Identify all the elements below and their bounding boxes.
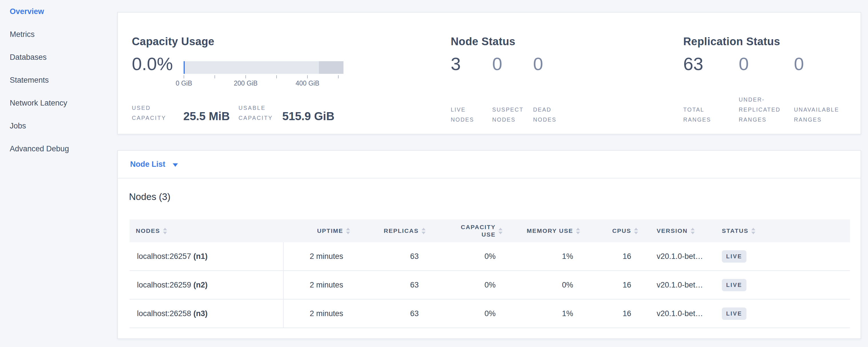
replicas-cell: 63 <box>350 252 426 261</box>
sort-icon <box>751 228 755 234</box>
label-line: RANGES <box>683 115 711 125</box>
node-address-cell: localhost:26257(n1) <box>129 252 283 261</box>
cpus-cell: 16 <box>580 252 638 261</box>
memory-use-cell: 0% <box>502 281 580 289</box>
status-cell: LIVE <box>716 279 850 291</box>
column-header-nodes[interactable]: NODES <box>129 219 283 242</box>
sidebar-item-metrics[interactable]: Metrics <box>0 23 117 46</box>
column-header-replicas[interactable]: REPLICAS <box>350 219 426 242</box>
sidebar-item-statements[interactable]: Statements <box>0 69 117 92</box>
cpus-cell: 16 <box>580 281 638 289</box>
capacity-usage-title: Capacity Usage <box>132 35 215 48</box>
column-header-capacity-use[interactable]: CAPACITY USE <box>426 219 502 242</box>
label-line: RANGES <box>794 115 839 125</box>
sort-icon <box>346 228 350 234</box>
label-line: RANGES <box>739 115 780 125</box>
suspect-nodes-label: SUSPECT NODES <box>492 96 524 125</box>
status-badge: LIVE <box>722 250 746 263</box>
main-content: Capacity Usage 0.0% 0 GiB 200 GiB 400 Gi… <box>117 0 861 339</box>
column-header-memory-use[interactable]: MEMORY USE <box>502 219 580 242</box>
column-label: UPTIME <box>317 227 343 234</box>
memory-use-cell: 1% <box>502 252 580 261</box>
sidebar-item-jobs[interactable]: Jobs <box>0 115 117 137</box>
label-line: CAPACITY <box>239 113 278 123</box>
sort-icon <box>422 228 426 234</box>
suspect-nodes-value: 0 <box>492 55 502 73</box>
column-label: CAPACITY USE <box>459 223 496 238</box>
capacity-bar-reserved-segment <box>319 61 343 74</box>
sort-icon <box>498 228 502 234</box>
status-badge: LIVE <box>722 308 746 320</box>
label-line: SUSPECT <box>492 105 524 115</box>
used-capacity-value: 25.5 MiB <box>183 111 230 122</box>
column-header-uptime[interactable]: UPTIME <box>283 219 350 242</box>
label-line: REPLICATED <box>739 105 780 115</box>
status-cell: LIVE <box>716 308 850 320</box>
table-body: localhost:26257(n1) 2 minutes 63 0% 1% 1… <box>129 242 850 328</box>
capacity-axis-ticks <box>184 75 339 78</box>
unavailable-ranges-value: 0 <box>794 55 804 73</box>
node-status-title: Node Status <box>451 35 515 48</box>
usable-capacity-value: 515.9 GiB <box>282 111 334 122</box>
unavailable-ranges-label: UNAVAILABLE RANGES <box>794 96 839 125</box>
axis-label: 200 GiB <box>234 80 257 87</box>
nodes-table: NODES UPTIME REPLICAS CAPACITY USE MEMOR… <box>129 219 850 328</box>
dead-nodes-label: DEAD NODES <box>533 96 557 125</box>
node-list-dropdown-label: Node List <box>130 160 165 169</box>
axis-label: 0 GiB <box>176 80 192 87</box>
node-address-cell: localhost:26259(n2) <box>129 281 283 289</box>
dead-nodes-value: 0 <box>533 55 543 73</box>
version-cell: v20.1.0-bet… <box>638 309 716 318</box>
sidebar-item-databases[interactable]: Databases <box>0 46 117 69</box>
sort-icon <box>691 228 695 234</box>
column-header-status[interactable]: STATUS <box>716 219 850 242</box>
capacity-use-cell: 0% <box>426 309 502 318</box>
live-nodes-value: 3 <box>451 55 461 73</box>
label-line: CAPACITY <box>132 113 179 123</box>
capacity-used-percent: 0.0% <box>132 55 173 73</box>
capacity-use-cell: 0% <box>426 281 502 289</box>
table-row-node-2[interactable]: localhost:26259(n2) 2 minutes 63 0% 0% 1… <box>129 271 850 299</box>
table-row-node-1[interactable]: localhost:26257(n1) 2 minutes 63 0% 1% 1… <box>129 242 850 271</box>
usable-capacity-label: USABLE CAPACITY <box>239 103 278 123</box>
sort-icon <box>576 228 580 234</box>
status-cell: LIVE <box>716 250 850 263</box>
axis-label: 400 GiB <box>296 80 319 87</box>
nodes-heading: Nodes (3) <box>129 191 861 202</box>
label-line: NODES <box>492 115 524 125</box>
under-replicated-ranges-value: 0 <box>739 55 749 73</box>
column-header-version[interactable]: VERSION <box>638 219 716 242</box>
label-line: DEAD <box>533 105 557 115</box>
label-line: TOTAL <box>683 105 711 115</box>
sidebar-item-network-latency[interactable]: Network Latency <box>0 92 117 115</box>
node-list-dropdown[interactable]: Node List <box>130 160 178 169</box>
total-ranges-label: TOTAL RANGES <box>683 96 711 125</box>
used-capacity-stat: USED CAPACITY 25.5 MiB <box>132 103 230 123</box>
capacity-use-cell: 0% <box>426 252 502 261</box>
usable-capacity-stat: USABLE CAPACITY 515.9 GiB <box>239 103 334 123</box>
capacity-bar-used-segment <box>184 61 185 74</box>
sidebar-item-advanced-debug[interactable]: Advanced Debug <box>0 137 117 160</box>
sidebar-item-overview[interactable]: Overview <box>0 0 117 23</box>
label-line: USED <box>132 103 179 113</box>
used-capacity-label: USED CAPACITY <box>132 103 179 123</box>
live-nodes-label: LIVE NODES <box>451 96 474 125</box>
label-line: NODES <box>533 115 557 125</box>
version-cell: v20.1.0-bet… <box>638 281 716 289</box>
uptime-cell: 2 minutes <box>283 281 350 289</box>
label-line: UNDER- <box>739 95 780 105</box>
capacity-axis-labels: 0 GiB 200 GiB 400 GiB <box>184 80 343 88</box>
memory-use-cell: 1% <box>502 309 580 318</box>
version-cell: v20.1.0-bet… <box>638 252 716 261</box>
label-line: NODES <box>451 115 474 125</box>
column-header-cpus[interactable]: CPUS <box>580 219 638 242</box>
sort-icon <box>163 228 167 234</box>
sort-icon <box>634 228 638 234</box>
capacity-bar-track <box>184 61 343 74</box>
table-row-node-3[interactable]: localhost:26258(n3) 2 minutes 63 0% 1% 1… <box>129 299 850 328</box>
label-line: USABLE <box>239 103 278 113</box>
total-ranges-value: 63 <box>683 55 703 73</box>
column-label: STATUS <box>722 227 748 234</box>
capacity-usage-bar: 0 GiB 200 GiB 400 GiB <box>184 61 343 88</box>
cpus-cell: 16 <box>580 309 638 318</box>
